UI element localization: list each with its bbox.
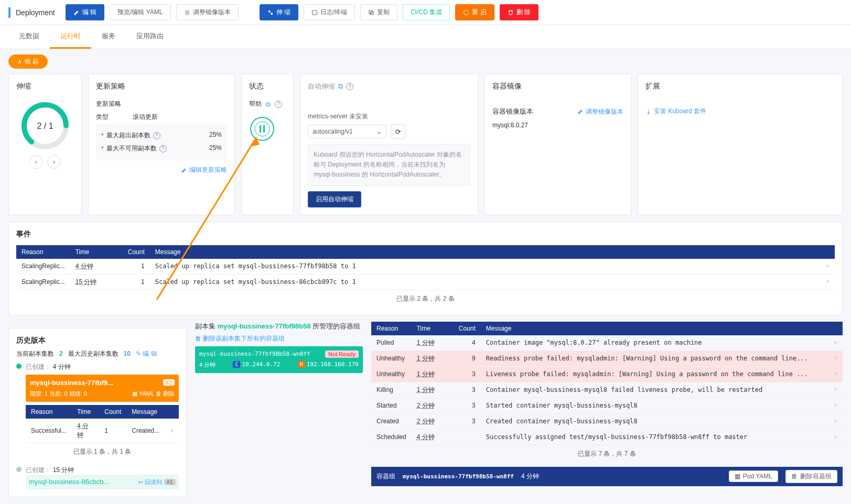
close-icon[interactable]: × <box>828 335 843 351</box>
edit-button[interactable]: 编 辑 <box>66 4 104 20</box>
pod-yaml-button[interactable]: ▦ Pod YAML <box>729 470 778 482</box>
replica-section: 副本集 mysql-bussiness-77fbf98b58 所管理的容器组 🗑… <box>195 322 363 497</box>
help-icon[interactable]: ? <box>159 145 167 152</box>
pod-bar: 容器组 mysql-bussiness-77fbf98b58-wn8ff 4 分… <box>371 467 843 486</box>
scale-icon <box>267 9 274 16</box>
table-row: Pulled1 分钟4Container image "mysql:8.0.27… <box>371 335 843 351</box>
page-header: Deployment 编 辑 预览/编辑 YAML 调整镜像版本 伸 缩 日志/… <box>0 0 851 25</box>
adjust-image-button[interactable]: 调整镜像版本 <box>176 4 239 20</box>
rs-delete-link[interactable]: 🗑 删除 <box>156 390 175 397</box>
page-title: Deployment <box>16 8 55 17</box>
image-title: 容器镜像 <box>492 82 623 91</box>
replicaset-card-1[interactable]: mysql-bussiness-77fbf9... #2 期望: 1 当前: 0… <box>26 375 179 402</box>
svg-point-11 <box>255 122 270 136</box>
extension-card: 扩展 ⭳ 安装 Kuboard 套件 <box>638 74 843 215</box>
trash-icon <box>508 9 514 16</box>
close-icon[interactable]: × <box>828 366 843 382</box>
yaml-button[interactable]: 预览/编辑 YAML <box>110 4 170 20</box>
chevron-down-icon: ⌄ <box>376 128 382 135</box>
image-subtitle: 容器镜像版本 <box>492 107 533 116</box>
tab-routes[interactable]: 应用路由 <box>126 25 174 49</box>
events-section: 事件 Reason Time Count Message ScalingRepl… <box>8 222 843 315</box>
update-title: 更新策略 <box>96 82 227 91</box>
history-section: 历史版本 当前副本集数2 最大历史副本集数10 ✎ 编 辑 已创建： 4 分钟 … <box>8 328 187 497</box>
close-icon[interactable]: × <box>165 419 179 443</box>
enable-autoscale-button[interactable]: 启用自动伸缩 <box>308 191 361 207</box>
collapse-button[interactable]: ∧ 收 起 <box>8 54 48 69</box>
autoscale-card: 自动伸缩⧉? metrics-server 未安装 autoscaling/v1… <box>300 74 478 215</box>
delete-pods-link[interactable]: 🗑 删除该副本集下所有的容器组 <box>195 334 363 343</box>
tabs: 元数据 运行时 服务 应用路由 <box>0 25 851 49</box>
close-icon[interactable]: × <box>821 259 835 275</box>
edit-strategy-link[interactable]: 编辑更新策略 <box>96 166 227 174</box>
pause-indicator[interactable] <box>249 116 275 142</box>
scale-down-button[interactable]: ‹ <box>29 155 43 169</box>
update-type-value: 滚动更新 <box>133 113 158 122</box>
metrics-warning: metrics-server 未安装 <box>308 112 470 121</box>
pod-card[interactable]: mysql-bussiness-77fbf98b58-wn8ff Not Rea… <box>195 346 363 373</box>
delete-pod-button[interactable]: 🗑 删除容器组 <box>785 470 837 483</box>
svg-text:2 / 1: 2 / 1 <box>37 122 53 130</box>
adjust-image-link[interactable]: 调整镜像版本 <box>577 107 623 116</box>
table-row: ScalingReplic...4 分钟1Scaled up replica s… <box>16 259 835 275</box>
yaml-link[interactable]: ▦ YAML <box>132 390 154 397</box>
svg-point-10 <box>251 117 274 140</box>
terminal-icon <box>311 9 318 16</box>
table-row: ScalingReplic...15 分钟1Scaled up replica … <box>16 274 835 290</box>
timeline-dot-icon <box>16 364 21 369</box>
tab-meta[interactable]: 元数据 <box>8 25 50 49</box>
restart-button[interactable]: 重 启 <box>455 4 494 20</box>
refresh-button[interactable]: ⟳ <box>391 124 405 139</box>
edit-icon <box>577 108 584 115</box>
copy-button[interactable]: 复制 <box>360 4 397 20</box>
events-title: 事件 <box>16 229 835 239</box>
scale-up-button[interactable]: › <box>47 155 61 169</box>
state-card: 状态 帮助⧉? <box>241 74 294 215</box>
history-edit-link[interactable]: ✎ 编 辑 <box>136 349 157 358</box>
table-row: Started2 分钟3Started container mysql-buss… <box>371 398 843 413</box>
timeline-dot-icon <box>16 467 21 472</box>
table-row: Successful...4 分钟1Created...× <box>26 419 179 443</box>
pod-events-section: Reason Time Count Message Pulled1 分钟4Con… <box>371 322 843 497</box>
header-accent <box>8 7 10 18</box>
history-events-table: ReasonTimeCountMessage Successful...4 分钟… <box>26 405 179 443</box>
external-icon[interactable]: ⧉ <box>266 101 271 108</box>
close-icon[interactable]: × <box>821 274 835 290</box>
autoscale-select[interactable]: autoscaling/v1⌄ <box>308 125 386 138</box>
close-icon[interactable]: × <box>828 429 843 445</box>
autoscale-title: 自动伸缩 <box>308 82 335 91</box>
update-strategy-card: 更新策略 更新策略 类型滚动更新 最大超出副本数?25% 最大不可用副本数?25… <box>88 74 235 215</box>
max-surge-value: 25% <box>209 131 222 140</box>
close-icon[interactable]: × <box>828 413 843 429</box>
tab-runtime[interactable]: 运行时 <box>50 25 91 49</box>
svg-rect-12 <box>260 125 261 133</box>
external-icon[interactable]: ⧉ <box>338 82 343 91</box>
help-icon[interactable]: ? <box>153 132 160 139</box>
cicd-button[interactable]: CI/CD 集成 <box>403 4 450 20</box>
delete-button[interactable]: 删 除 <box>500 4 538 20</box>
update-type-label: 类型 <box>96 113 109 122</box>
replicaset-card-2[interactable]: mysql-bussiness-86cbcb... ↩ 回滚到 #1 <box>26 475 179 489</box>
tab-services[interactable]: 服务 <box>91 25 126 49</box>
close-icon[interactable]: × <box>828 350 843 366</box>
close-icon[interactable]: × <box>828 398 843 413</box>
help-icon[interactable]: ? <box>346 83 353 90</box>
svg-rect-2 <box>312 10 317 15</box>
edit-icon <box>73 9 80 16</box>
table-row: Killing1 分钟3Container mysql-bussiness-my… <box>371 382 843 398</box>
help-icon[interactable]: ? <box>275 101 282 108</box>
image-card: 容器镜像 容器镜像版本 调整镜像版本 mysql:8.0.27 <box>484 74 631 215</box>
install-kuboard-link[interactable]: ⭳ 安装 Kuboard 套件 <box>645 107 835 116</box>
ext-title: 扩展 <box>645 82 835 91</box>
restart-icon <box>463 9 469 16</box>
edit-icon <box>181 167 187 173</box>
max-unavail-value: 25% <box>209 144 222 153</box>
logs-button[interactable]: 日志/终端 <box>304 4 355 20</box>
scale-button[interactable]: 伸 缩 <box>260 4 298 20</box>
cards-row: 伸缩 2 / 1 ‹ › 更新策略 更新策略 类型滚动更新 最大超出副本数?25… <box>8 74 843 215</box>
close-icon[interactable]: × <box>828 382 843 398</box>
table-row: Scheduled4 分钟Successfully assigned test/… <box>371 429 843 445</box>
autoscale-note: Kuboard 假设您的 HorizontalPodAutoscaler 对象的… <box>308 144 470 186</box>
rollback-link[interactable]: ↩ 回滚到 <box>138 479 162 485</box>
adjust-icon <box>184 9 190 16</box>
